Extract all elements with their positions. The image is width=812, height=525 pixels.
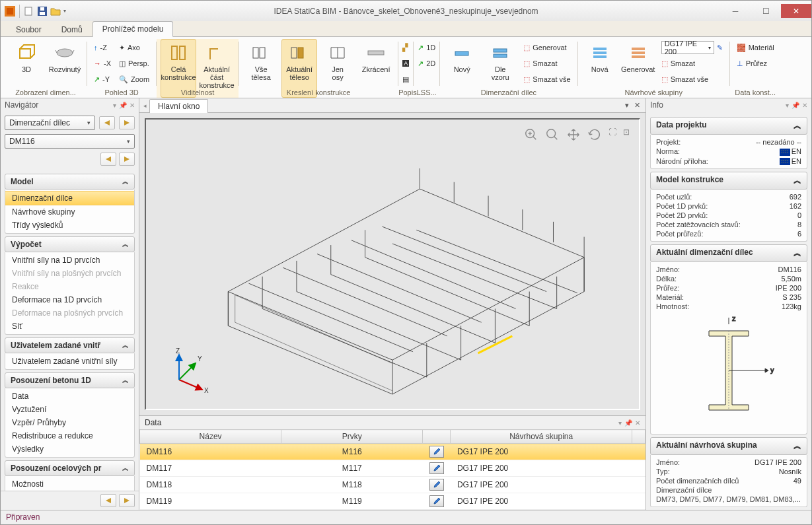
rotate-icon[interactable]	[587, 127, 602, 144]
generate-icon: ⬚	[523, 44, 530, 52]
dropdown-icon[interactable]: ▾	[618, 419, 622, 427]
info-sec-model[interactable]: Model konstrukce︽	[650, 172, 807, 190]
edit-icon[interactable]	[429, 495, 444, 507]
tab-domu[interactable]: Domů	[52, 22, 92, 37]
expand-icon[interactable]: ⛶	[609, 127, 616, 144]
zoom-out-icon[interactable]	[545, 127, 560, 144]
nav-item-combo[interactable]: DM116	[5, 134, 135, 149]
nav-item-uziv[interactable]: Uživatelem zadané vnitřní síly	[5, 355, 134, 368]
collapse-icon[interactable]: ⊡	[623, 127, 630, 144]
btn-persp[interactable]: ◫Persp.	[116, 56, 152, 71]
group-lss-label: LSS...	[414, 88, 439, 96]
btn-prurez[interactable]: ⊥Průřez	[734, 56, 777, 71]
pan-icon[interactable]	[566, 127, 581, 144]
edit-icon[interactable]	[429, 479, 444, 491]
acc-vypocet-head[interactable]: Výpočet︽	[5, 236, 135, 252]
btn-nav-smazat[interactable]: ⬚Smazat	[659, 56, 725, 71]
nav-item-tridy[interactable]: Třídy výsledků	[5, 219, 134, 232]
btn-lss-2d[interactable]: ↗2D	[415, 56, 438, 71]
svg-rect-13	[298, 48, 303, 58]
close-icon[interactable]: ✕	[635, 419, 640, 427]
save-icon[interactable]	[37, 6, 48, 17]
nav-item[interactable]: Vyztužení	[5, 403, 134, 416]
btn-popis-2[interactable]: A	[400, 56, 412, 71]
table-row[interactable]: DM116M116DG17 IPE 200	[140, 444, 646, 460]
qat-new-icon[interactable]	[24, 6, 34, 17]
nav-item-navrhove[interactable]: Návrhové skupiny	[5, 205, 134, 219]
combo-dg[interactable]: DG17 IPE 200▾✎	[659, 40, 725, 55]
nav-prev-button[interactable]	[99, 116, 115, 129]
maximize-button[interactable]: ☐	[751, 4, 781, 18]
nav-next-button[interactable]	[119, 116, 135, 129]
material-icon: 🧱	[737, 44, 746, 52]
nav-item: Reakce	[5, 280, 134, 293]
acc-beton-head[interactable]: Posouzení betonu 1D︽	[5, 372, 135, 388]
y-axis-icon: ↗	[94, 75, 100, 84]
svg-rect-2	[25, 7, 32, 15]
pin-icon[interactable]: 📌	[119, 102, 127, 109]
nav-next2-button[interactable]	[119, 153, 135, 166]
btn-popis-3[interactable]: ▤	[400, 72, 412, 87]
info-sec-nav[interactable]: Aktuální návrhová skupina︽	[650, 437, 807, 455]
nav-type-combo[interactable]: Dimenzační dílec	[5, 116, 95, 130]
pin-icon[interactable]: 📌	[624, 419, 632, 427]
pin-icon[interactable]: ▾	[113, 102, 116, 109]
table-row[interactable]: DM117M117DG17 IPE 200	[140, 460, 646, 477]
nav-item[interactable]: Vzpěr/ Průhyby	[5, 416, 134, 429]
btn-zoom[interactable]: 🔍Zoom	[116, 72, 152, 87]
close-icon[interactable]: ✕	[129, 102, 135, 109]
nav-foot-prev[interactable]	[100, 494, 116, 507]
minimize-button[interactable]: ─	[720, 4, 751, 18]
viewport[interactable]: ⛶ ⊡	[139, 113, 646, 415]
delete-icon: ⬚	[523, 59, 530, 68]
btn-x-axis[interactable]: →-X	[91, 56, 114, 71]
acc-model-head[interactable]: Model︽	[5, 174, 135, 190]
close-icon[interactable]: ✕	[802, 102, 807, 109]
main-window-tab[interactable]: Hlavní okno	[149, 99, 208, 113]
edit-icon[interactable]	[429, 462, 444, 474]
info-sec-dim[interactable]: Aktuální dimenzační dílec︽	[650, 244, 807, 262]
btn-axo[interactable]: ✦Axo	[116, 40, 152, 55]
close-icon[interactable]: ✕	[634, 101, 640, 110]
open-icon[interactable]	[50, 6, 61, 17]
btn-popis-1[interactable]: ▞	[400, 40, 412, 55]
btn-z-axis[interactable]: ↑-Z	[91, 40, 114, 55]
pencil-icon[interactable]: ✎	[717, 44, 723, 52]
acc-ocel-head[interactable]: Posouzení ocelových pr︽	[5, 460, 135, 476]
svg-line-27	[179, 363, 196, 380]
close-button[interactable]: ✕	[781, 4, 811, 18]
btn-y-axis[interactable]: ↗-Y	[91, 72, 114, 87]
dropdown-icon[interactable]: ▾	[625, 101, 629, 110]
btn-dim-smazat[interactable]: ⬚Smazat	[521, 56, 573, 71]
col-nazev[interactable]: Název	[140, 430, 281, 444]
nav-item[interactable]: Deformace na 1D prvcích	[5, 293, 134, 306]
nav-foot-next[interactable]	[119, 494, 135, 507]
nav-item[interactable]: Vnitřní síly na 1D prvcích	[5, 254, 134, 267]
btn-material[interactable]: 🧱Materiál	[734, 40, 777, 55]
nav-item-dimenzacni[interactable]: Dimenzační dílce	[5, 191, 134, 205]
nav-item[interactable]: Data	[5, 390, 134, 403]
btn-nav-smazat-vse[interactable]: ⬚Smazat vše	[659, 72, 725, 87]
tab-soubor[interactable]: Soubor	[6, 22, 52, 37]
nav-item[interactable]: Výsledky	[5, 442, 134, 456]
info-sec-projekt[interactable]: Data projektu︽	[650, 117, 807, 135]
svg-rect-8	[172, 46, 177, 59]
col-skupina[interactable]: Návrhová skupina	[451, 430, 632, 444]
qat-dropdown-icon[interactable]: ▾	[63, 8, 66, 14]
col-prvky[interactable]: Prvky	[281, 430, 423, 444]
table-row[interactable]: DM118M118DG17 IPE 200	[140, 477, 646, 493]
nav-item[interactable]: Možnosti	[5, 477, 134, 491]
btn-dim-smazat-vse[interactable]: ⬚Smazat vše	[521, 72, 573, 87]
tab-prohlizec[interactable]: Prohlížeč modelu	[92, 21, 174, 37]
btn-lss-1d[interactable]: ↗1D	[415, 40, 438, 55]
nav-item[interactable]: Redistribuce a redukce	[5, 429, 134, 442]
zoom-in-icon[interactable]	[524, 127, 538, 144]
acc-uziv-head[interactable]: Uživatelem zadané vnitř︽	[5, 337, 135, 353]
nav-item[interactable]: Síť	[5, 320, 134, 333]
pin-icon[interactable]: 📌	[792, 102, 799, 109]
table-row[interactable]: DM119M119DG17 IPE 200	[140, 493, 646, 510]
btn-dim-generovat[interactable]: ⬚Generovat	[521, 40, 573, 55]
nav-prev2-button[interactable]	[100, 153, 116, 166]
edit-icon[interactable]	[429, 446, 444, 458]
dropdown-icon[interactable]: ▾	[786, 102, 789, 109]
